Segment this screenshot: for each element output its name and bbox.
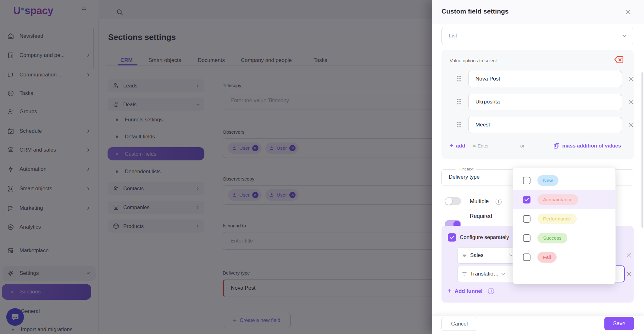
drag-handle-icon[interactable] xyxy=(457,99,462,105)
dropdown-option-fail[interactable]: Fail xyxy=(513,248,615,267)
required-label: Required xyxy=(470,213,492,220)
funnel-select-sales[interactable]: Sales xyxy=(457,247,518,264)
close-icon[interactable] xyxy=(625,8,632,16)
option-chip: Fail xyxy=(537,252,557,263)
checkbox-unchecked[interactable] xyxy=(523,234,530,242)
drag-handle-icon[interactable] xyxy=(457,76,462,82)
field-type-select[interactable]: List xyxy=(441,28,633,44)
multiple-label: Multiple xyxy=(470,198,489,205)
value-options-card: Value options to select + add ⏎ Enter or xyxy=(441,50,634,159)
plus-icon: + xyxy=(450,142,453,149)
app-root: U spacy Newsfeed Company and pe... Commu… xyxy=(0,0,644,334)
value-options-label: Value options to select xyxy=(450,58,497,63)
option-chip: New xyxy=(537,175,558,186)
funnel-select-translation[interactable]: Translation ... xyxy=(457,266,518,282)
mass-addition-button[interactable]: mass addition of values xyxy=(553,143,621,149)
modal-scrollbar[interactable] xyxy=(641,72,643,228)
add-option-button[interactable]: add xyxy=(456,143,465,149)
clear-all-icon[interactable] xyxy=(614,55,624,64)
options-dropdown: New Acquaintance Performance Success Fai… xyxy=(513,168,616,284)
or-label: or xyxy=(520,143,525,148)
checkbox-unchecked[interactable] xyxy=(523,177,530,184)
configure-separately-label: Configure separately xyxy=(460,234,509,241)
remove-option-icon[interactable] xyxy=(628,99,634,105)
save-button[interactable]: Save xyxy=(604,317,634,330)
funnel-select-value: Translation ... xyxy=(470,271,501,277)
remove-funnel-icon[interactable] xyxy=(626,252,632,259)
add-row: + add ⏎ Enter or mass addition of values xyxy=(450,142,621,149)
funnel-filter-icon xyxy=(462,253,467,258)
modal-header: Custom field settings xyxy=(432,0,644,24)
caret-down-icon xyxy=(622,35,627,38)
add-funnel-row: + Add funnel i xyxy=(448,287,494,295)
option-chip: Performance xyxy=(537,214,577,224)
cancel-button[interactable]: Cancel xyxy=(441,317,477,331)
drag-handle-icon[interactable] xyxy=(457,122,462,128)
value-option-input[interactable] xyxy=(468,117,622,133)
info-icon[interactable]: i xyxy=(496,199,502,205)
checkbox-unchecked[interactable] xyxy=(523,215,530,223)
dropdown-option-performance[interactable]: Performance xyxy=(513,209,615,228)
value-option-input[interactable] xyxy=(468,71,622,87)
option-chip: Success xyxy=(537,233,567,243)
funnel-filter-icon xyxy=(462,272,467,276)
cancel-label: Cancel xyxy=(451,321,468,327)
add-funnel-button[interactable]: Add funnel xyxy=(455,288,483,294)
modal-footer: Cancel Save xyxy=(432,316,644,334)
option-chip: Acquaintance xyxy=(537,194,578,205)
multiple-toggle[interactable] xyxy=(445,197,461,205)
configure-separately-checkbox[interactable] xyxy=(448,233,456,242)
chevron-down-icon xyxy=(501,273,505,276)
dropdown-option-success[interactable]: Success xyxy=(513,228,615,248)
remove-option-icon[interactable] xyxy=(628,122,634,128)
toggle-knob xyxy=(445,198,452,205)
save-label: Save xyxy=(613,320,625,327)
mass-addition-label: mass addition of values xyxy=(562,143,621,149)
copy-text-icon xyxy=(553,143,560,149)
chevron-down-icon xyxy=(508,254,513,257)
hint-text-value: Delivery type xyxy=(449,174,480,180)
enter-hint-label: Enter xyxy=(478,143,489,148)
hint-text-label: Hint text xyxy=(456,167,476,171)
dropdown-option-new[interactable]: New xyxy=(513,171,615,190)
plus-icon: + xyxy=(448,287,452,295)
select-label-notch xyxy=(456,27,475,28)
custom-field-settings-modal: Custom field settings List Value options… xyxy=(432,0,644,334)
funnel-select-value: Sales xyxy=(470,252,508,259)
enter-key-hint: ⏎ Enter xyxy=(472,143,489,149)
checkbox-unchecked[interactable] xyxy=(523,253,530,261)
remove-funnel-icon[interactable] xyxy=(626,271,632,277)
modal-title: Custom field settings xyxy=(441,8,509,15)
checkbox-checked[interactable] xyxy=(523,196,530,203)
value-option-input[interactable] xyxy=(468,94,622,110)
field-type-value: List xyxy=(449,33,457,39)
dropdown-option-acquaintance[interactable]: Acquaintance xyxy=(513,190,615,209)
info-icon[interactable]: i xyxy=(488,288,494,294)
remove-option-icon[interactable] xyxy=(628,76,634,82)
